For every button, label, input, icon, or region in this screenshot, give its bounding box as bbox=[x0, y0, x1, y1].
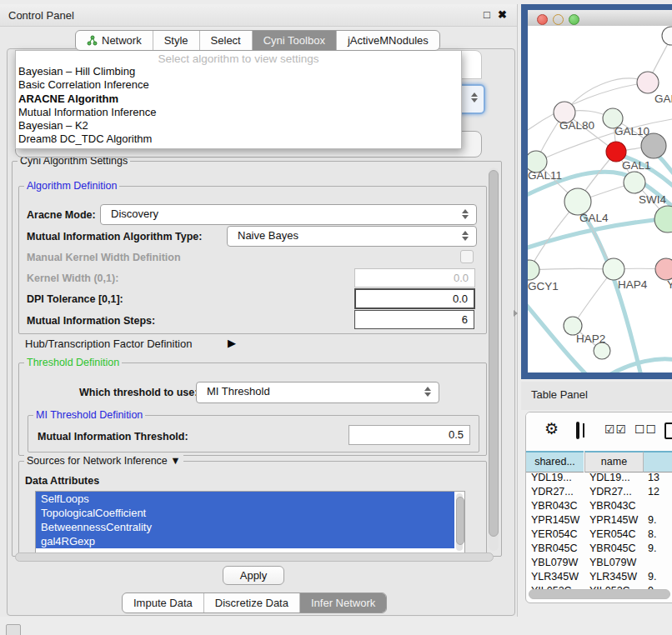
attribute-item-selected[interactable]: BetweennessCentrality bbox=[36, 520, 454, 534]
table-panel-title: Table Panel bbox=[531, 388, 588, 401]
attribute-item-selected[interactable]: SelfLoops bbox=[36, 492, 454, 506]
float-window-icon[interactable]: □ bbox=[484, 8, 490, 21]
collapsed-panel-button[interactable] bbox=[6, 624, 21, 635]
dpi-tolerance-field[interactable]: 0.0 bbox=[354, 288, 475, 309]
settings-horizontal-scrollbar[interactable] bbox=[15, 552, 494, 562]
dropdown-item[interactable]: Mutual Information Inference bbox=[16, 106, 461, 119]
network-tab-icon bbox=[87, 35, 98, 46]
tab-infer-network-label: Infer Network bbox=[311, 593, 375, 612]
tab-jactivemnodules[interactable]: jActiveMNodules bbox=[336, 31, 439, 50]
node-label: GAL bbox=[654, 92, 672, 105]
aracne-mode-combo[interactable]: Discovery bbox=[100, 204, 477, 225]
tab-network[interactable]: Network bbox=[76, 31, 153, 50]
node-label: HAP4 bbox=[618, 278, 647, 291]
mi-threshold-field[interactable]: 0.5 bbox=[349, 425, 470, 445]
window-zoom-traffic-icon[interactable] bbox=[569, 14, 579, 25]
two-column-layout-icon[interactable] bbox=[576, 422, 579, 439]
tab-infer-network[interactable]: Infer Network bbox=[299, 593, 386, 612]
sources-collapse-arrow-icon: ▼ bbox=[170, 455, 180, 467]
network-canvas[interactable]: GAL GAL80 GAL10 GAL1 GAL11 SWI4 GAL4 GCY… bbox=[528, 26, 672, 372]
table-options-gear-icon[interactable]: ⚙ bbox=[544, 419, 559, 438]
attribute-list-scrollbar[interactable] bbox=[456, 493, 463, 551]
mi-threshold-definition-title: MI Threshold Definition bbox=[33, 409, 145, 421]
dropdown-item-aracne[interactable]: ARACNE Algorithm bbox=[16, 92, 461, 106]
node-label: HAP2 bbox=[576, 332, 605, 345]
hub-expand-arrow-icon[interactable]: ▶ bbox=[228, 337, 236, 349]
node-label: GCY1 bbox=[528, 280, 559, 292]
manual-kernel-label: Manual Kernel Width Definition bbox=[27, 252, 181, 263]
hub-section-label[interactable]: Hub/Transcription Factor Definition bbox=[25, 338, 192, 350]
mi-steps-label: Mutual Information Steps: bbox=[27, 315, 155, 327]
bottom-tabbar: Impute Data Discretize Data Infer Networ… bbox=[122, 592, 387, 613]
mi-threshold-label: Mutual Information Threshold: bbox=[38, 431, 188, 442]
sources-group-title[interactable]: Sources for Network Inference ▼ bbox=[24, 455, 183, 467]
attribute-list-scroll-thumb[interactable] bbox=[456, 497, 464, 545]
node-label: GAL1 bbox=[622, 159, 651, 172]
column-header-partial[interactable] bbox=[643, 451, 672, 472]
panel-splitter-handle[interactable] bbox=[514, 310, 518, 317]
dropdown-item[interactable]: Dream8 DC_TDC Algorithm bbox=[16, 132, 461, 146]
data-attributes-label: Data Attributes bbox=[25, 475, 99, 487]
dropdown-item[interactable]: Bayesian – Hill Climbing bbox=[16, 65, 461, 78]
control-panel-tabbar: Network Style Select Cyni Toolbox jActiv… bbox=[75, 30, 440, 51]
window-close-traffic-icon[interactable] bbox=[537, 14, 548, 25]
tab-impute-data[interactable]: Impute Data bbox=[123, 593, 203, 612]
which-threshold-label: Which threshold to use: bbox=[79, 387, 198, 398]
tab-discretize-data[interactable]: Discretize Data bbox=[203, 593, 299, 612]
node-label: SWI4 bbox=[639, 193, 666, 206]
column-header-name[interactable]: name bbox=[584, 451, 643, 472]
window-minimize-traffic-icon[interactable] bbox=[553, 14, 564, 25]
tab-cyni-toolbox[interactable]: Cyni Toolbox bbox=[252, 31, 336, 50]
tab-style[interactable]: Style bbox=[153, 31, 199, 50]
kernel-width-field[interactable]: 0.0 bbox=[354, 268, 475, 288]
combo-stepper-icon bbox=[462, 209, 469, 219]
node-label: GAL80 bbox=[559, 119, 594, 132]
column-header-shared[interactable]: shared... bbox=[526, 451, 584, 472]
node-label: GAL4 bbox=[579, 212, 609, 224]
tab-cyni-toolbox-label: Cyni Toolbox bbox=[263, 31, 325, 50]
tab-select-label: Select bbox=[211, 31, 241, 50]
mi-type-label: Mutual Information Algorithm Type: bbox=[27, 231, 202, 242]
which-threshold-combo[interactable]: MI Threshold bbox=[196, 382, 439, 403]
tab-style-label: Style bbox=[164, 31, 188, 50]
node-label: Y bbox=[667, 278, 672, 291]
attribute-item-selected[interactable]: gal4RGexp bbox=[36, 534, 454, 548]
combo-stepper-icon bbox=[424, 387, 432, 397]
combo-stepper-icon bbox=[471, 92, 479, 102]
network-window-titlebar[interactable] bbox=[528, 10, 672, 27]
mi-steps-field[interactable]: 6 bbox=[354, 310, 474, 329]
aracne-mode-value: Discovery bbox=[111, 208, 158, 220]
function-builder-icon[interactable] bbox=[664, 422, 672, 439]
aracne-mode-label: Aracne Mode: bbox=[27, 209, 96, 221]
data-attributes-list[interactable]: SelfLoops TopologicalCoefficient Between… bbox=[35, 491, 465, 553]
tab-discretize-data-label: Discretize Data bbox=[215, 593, 288, 612]
which-threshold-value: MI Threshold bbox=[207, 385, 270, 398]
tab-jactivemnodules-label: jActiveMNodules bbox=[348, 31, 429, 50]
threshold-definition-title: Threshold Definition bbox=[24, 357, 122, 368]
manual-kernel-checkbox[interactable] bbox=[460, 250, 474, 263]
algorithm-dropdown-popup: Select algorithm to view settings Bayesi… bbox=[15, 50, 462, 149]
settings-vertical-scroll-thumb[interactable] bbox=[489, 170, 499, 537]
tab-select[interactable]: Select bbox=[199, 31, 252, 50]
kernel-width-label: Kernel Width (0,1): bbox=[27, 272, 118, 284]
tab-impute-data-label: Impute Data bbox=[133, 593, 193, 612]
combo-stepper-icon bbox=[462, 231, 469, 241]
tab-network-label: Network bbox=[102, 31, 142, 50]
control-panel-titlebar[interactable]: Control Panel □ ✖ bbox=[0, 4, 517, 27]
control-panel-title: Control Panel bbox=[8, 9, 74, 22]
node-label: GAL10 bbox=[614, 125, 649, 138]
mi-type-value: Naive Bayes bbox=[238, 229, 298, 242]
table-horizontal-scrollbar[interactable] bbox=[529, 589, 670, 599]
dropdown-item[interactable]: Basic Correlation Inference bbox=[16, 78, 461, 92]
deselect-all-columns-icon[interactable]: ☐☐ bbox=[634, 422, 657, 436]
mi-type-combo[interactable]: Naive Bayes bbox=[227, 226, 477, 247]
table-panel-card: ⚙ ☑☑ ☐☐ shared... name YDL19... YDL19...… bbox=[525, 412, 672, 603]
dropdown-item[interactable]: Bayesian – K2 bbox=[16, 119, 461, 132]
apply-button[interactable]: Apply bbox=[223, 566, 284, 585]
attribute-item-selected[interactable]: TopologicalCoefficient bbox=[36, 506, 454, 520]
table-toolbar: ⚙ ☑☑ ☐☐ bbox=[526, 412, 672, 451]
select-all-columns-icon[interactable]: ☑☑ bbox=[604, 422, 627, 436]
settings-vertical-scrollbar[interactable] bbox=[489, 168, 499, 551]
close-icon[interactable]: ✖ bbox=[498, 8, 507, 21]
control-panel-window: Control Panel □ ✖ Network Style Se bbox=[0, 4, 518, 617]
